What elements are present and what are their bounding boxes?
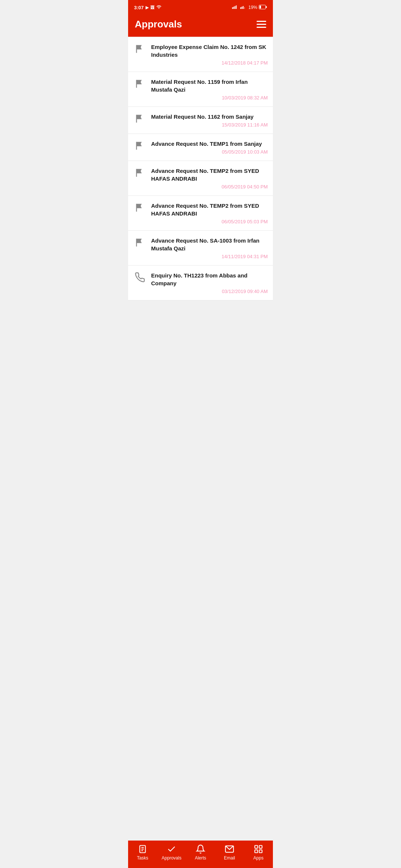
item-icon-4 [133, 168, 147, 178]
item-content-3: Advance Request No. TEMP1 from Sanjay 05… [151, 140, 268, 155]
list-item[interactable]: Advance Request No. TEMP1 from Sanjay 05… [128, 134, 273, 161]
list-container: Employee Expense Claim No. 1242 from SK … [128, 37, 273, 300]
status-time: 3:07 [134, 5, 144, 10]
battery-icon [259, 5, 267, 10]
item-date-6: 14/11/2019 04:31 PM [151, 254, 268, 259]
item-icon-7 [133, 272, 147, 283]
item-icon-1 [133, 79, 147, 89]
photo-icon: 🖼 [150, 5, 154, 10]
list-item[interactable]: Enquiry No. TH1223 from Abbas and Compan… [128, 266, 273, 300]
item-icon-6 [133, 237, 147, 248]
svg-rect-2 [235, 6, 235, 9]
item-icon-5 [133, 203, 147, 213]
item-icon-2 [133, 114, 147, 124]
svg-rect-6 [243, 6, 244, 9]
status-left: 3:07 ▶ 🖼 [134, 4, 162, 10]
flag-icon [135, 44, 145, 54]
item-date-7: 03/12/2019 09:40 AM [151, 289, 268, 294]
flag-icon [135, 79, 145, 89]
list-item[interactable]: Advance Request No. SA-1003 from Irfan M… [128, 231, 273, 266]
list-item[interactable]: Employee Expense Claim No. 1242 from SK … [128, 37, 273, 72]
item-icon-3 [133, 141, 147, 151]
flag-icon [135, 237, 145, 248]
flag-icon [135, 168, 145, 178]
status-bar: 3:07 ▶ 🖼 19% [128, 0, 273, 13]
phone-icon [135, 272, 145, 283]
svg-rect-10 [266, 6, 267, 8]
item-date-5: 06/05/2019 05:03 PM [151, 219, 268, 224]
list-item[interactable]: Advance Request No. TEMP2 from SYED HAFA… [128, 161, 273, 196]
signal2-icon [240, 4, 247, 11]
item-content-6: Advance Request No. SA-1003 from Irfan M… [151, 237, 268, 259]
item-content-5: Advance Request No. TEMP2 from SYED HAFA… [151, 202, 268, 224]
list-item[interactable]: Material Request No. 1159 from Irfan Mus… [128, 72, 273, 107]
item-date-3: 05/05/2019 10:03 AM [151, 149, 268, 155]
item-title-0: Employee Expense Claim No. 1242 from SK … [151, 43, 268, 59]
item-content-7: Enquiry No. TH1223 from Abbas and Compan… [151, 272, 268, 294]
item-title-7: Enquiry No. TH1223 from Abbas and Compan… [151, 272, 268, 287]
item-title-6: Advance Request No. SA-1003 from Irfan M… [151, 237, 268, 252]
svg-rect-9 [260, 6, 261, 9]
item-title-4: Advance Request No. TEMP2 from SYED HAFA… [151, 167, 268, 183]
item-date-1: 10/03/2019 08:32 AM [151, 95, 268, 101]
svg-rect-0 [232, 7, 233, 9]
youtube-icon: ▶ [146, 5, 149, 10]
status-right: 19% [232, 4, 267, 11]
item-content-2: Material Request No. 1162 from Sanjay 15… [151, 113, 268, 128]
flag-icon [135, 203, 145, 213]
item-content-4: Advance Request No. TEMP2 from SYED HAFA… [151, 167, 268, 190]
item-title-2: Material Request No. 1162 from Sanjay [151, 113, 268, 121]
svg-rect-3 [236, 5, 237, 9]
item-title-1: Material Request No. 1159 from Irfan Mus… [151, 78, 268, 93]
wifi-icon [156, 4, 162, 10]
item-icon-0 [133, 44, 147, 54]
item-date-2: 15/03/2019 11:16 AM [151, 122, 268, 128]
list-item[interactable]: Advance Request No. TEMP2 from SYED HAFA… [128, 196, 273, 231]
svg-rect-5 [241, 6, 242, 9]
list-item[interactable]: Material Request No. 1162 from Sanjay 15… [128, 107, 273, 134]
app-header: Approvals [128, 13, 273, 37]
item-date-0: 14/12/2018 04:17 PM [151, 60, 268, 66]
menu-button[interactable] [257, 21, 266, 28]
svg-rect-1 [233, 6, 234, 9]
approvals-list: Employee Expense Claim No. 1242 from SK … [128, 37, 273, 330]
svg-rect-7 [244, 7, 245, 9]
item-title-5: Advance Request No. TEMP2 from SYED HAFA… [151, 202, 268, 217]
item-title-3: Advance Request No. TEMP1 from Sanjay [151, 140, 268, 148]
page-title: Approvals [135, 19, 182, 30]
signal-icon [232, 4, 239, 11]
item-content-0: Employee Expense Claim No. 1242 from SK … [151, 43, 268, 66]
item-date-4: 06/05/2019 04:50 PM [151, 184, 268, 190]
svg-rect-4 [240, 7, 241, 9]
flag-icon [135, 114, 145, 124]
flag-icon [135, 141, 145, 151]
battery-percent: 19% [248, 5, 257, 10]
item-content-1: Material Request No. 1159 from Irfan Mus… [151, 78, 268, 101]
